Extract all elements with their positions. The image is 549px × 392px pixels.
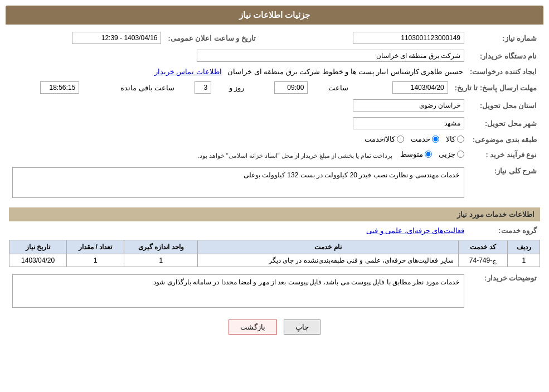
category-label-kala-khedmat: کالا/خدمت (365, 135, 395, 143)
need-number-label: شماره نیاز: (468, 30, 540, 46)
buyer-org-label: نام دستگاه خریدار: (468, 48, 540, 64)
delivery-province-value: خراسان رضوی (353, 99, 464, 112)
purchase-label-motavasset: متوسط (400, 150, 423, 158)
creator-label: ایجاد کننده درخواست: (467, 66, 540, 78)
category-option-kala-khedmat: کالا/خدمت (365, 135, 404, 143)
purchase-type-motavasset: متوسط (400, 150, 432, 158)
cell-unit: 1 (124, 254, 198, 267)
announce-label: تاریخ و ساعت اعلان عمومی: (164, 30, 259, 46)
purchase-type-label: نوع فرآیند خرید : (468, 148, 540, 161)
header-info-table: شماره نیاز: 1103001123000149 تاریخ و ساع… (9, 30, 540, 46)
time-value: 09:00 (274, 81, 308, 94)
page-header: جزئیات اطلاعات نیاز (6, 6, 543, 25)
col-service-code: کد خدمت (458, 240, 508, 254)
buyer-notes-label: توضیحات خریدار: (468, 270, 540, 312)
cell-service-name: سایر فعالیت‌های حرفه‌ای، علمی و فنی طبقه… (198, 254, 458, 267)
city-table: شهر محل تحویل: مشهد (9, 115, 540, 131)
delivery-province-label: استان محل تحویل: (468, 98, 540, 113)
category-label-khedmat: خدمت (411, 135, 430, 143)
category-radio-kala[interactable] (457, 135, 464, 143)
deadline-table: مهلت ارسال پاسخ: تا تاریخ: 1403/04/20 سا… (9, 80, 540, 95)
delivery-city-label: شهر محل تحویل: (468, 115, 540, 131)
creator-name: حسین ظاهری کارشناس انبار پست ها و خطوط ش… (227, 68, 463, 76)
service-group-table: گروه خدمت: فعالیت‌های حرفه‌ای، علمی و فن… (9, 225, 540, 236)
category-radio-kala-khedmat[interactable] (397, 135, 404, 143)
purchase-type-table: نوع فرآیند خرید : جزیی متوسط پرداخت (9, 148, 540, 161)
contact-link[interactable]: اطلاعات تماس خریدار (154, 68, 222, 76)
purchase-type-jozi: جزیی (439, 150, 464, 158)
page-title: جزئیات اطلاعات نیاز (239, 10, 310, 20)
bottom-buttons: چاپ بازگشت (9, 320, 540, 335)
delivery-city-value: مشهد (353, 117, 464, 129)
col-row-num: ردیف (508, 240, 540, 254)
purchase-label-jozi: جزیی (439, 150, 455, 158)
description-value: خدمات مهندسی و نظارت نصب فیدر 20 کیلوولت… (12, 167, 464, 198)
days-label: روز و (229, 84, 244, 92)
days-value: 3 (195, 81, 211, 94)
back-button[interactable]: بازگشت (229, 320, 277, 335)
service-group-label: گروه خدمت: (468, 225, 540, 236)
cell-quantity: 1 (67, 254, 124, 267)
page-wrapper: جزئیات اطلاعات نیاز شماره نیاز: 11030011… (0, 0, 549, 392)
send-deadline-label: مهلت ارسال پاسخ: تا تاریخ: (451, 80, 540, 95)
announce-value: 1403/04/16 - 12:39 (72, 32, 161, 44)
category-label-kala: کالا (446, 135, 455, 143)
services-section-title: اطلاعات خدمات مورد نیاز (9, 207, 540, 221)
category-radio-group: کالا خدمت کالا/خدمت (365, 135, 464, 143)
remaining-label: ساعت باقی مانده (120, 84, 174, 92)
creator-table: ایجاد کننده درخواست: حسین ظاهری کارشناس … (9, 66, 540, 78)
cell-date: 1403/04/20 (9, 254, 67, 267)
services-table: ردیف کد خدمت نام خدمت واحد اندازه گیری ت… (9, 240, 540, 267)
purchase-radio-motavasset[interactable] (425, 151, 432, 158)
table-row: 1 ج-749-74 سایر فعالیت‌های حرفه‌ای، علمی… (9, 254, 540, 267)
print-button[interactable]: چاپ (284, 320, 320, 335)
buyer-notes-table: توضیحات خریدار: خدمات مورد نظر مطابق با … (9, 270, 540, 312)
remaining-value: 18:56:15 (40, 81, 79, 94)
col-quantity: تعداد / مقدار (67, 240, 124, 254)
category-table: طبقه بندی موضوعی: کالا خدمت (9, 133, 540, 146)
category-option-khedmat: خدمت (411, 135, 439, 143)
purchase-radio-jozi[interactable] (457, 151, 464, 158)
province-table: استان محل تحویل: خراسان رضوی (9, 98, 540, 113)
description-label: شرح کلی نیاز: (468, 163, 540, 202)
service-group-value[interactable]: فعالیت‌های حرفه‌ای، علمی و فنی (366, 227, 464, 235)
col-date: تاریخ نیاز (9, 240, 67, 254)
buyer-notes-value: خدمات مورد نظر مطابق با فایل پیوست می با… (12, 274, 464, 308)
purchase-type-note: پرداخت تمام یا بخشی از مبلغ خریدار از مح… (197, 152, 392, 159)
col-unit: واحد اندازه گیری (124, 240, 198, 254)
content-area: شماره نیاز: 1103001123000149 تاریخ و ساع… (6, 30, 543, 335)
category-radio-khedmat[interactable] (432, 135, 439, 143)
purchase-type-radio-group: جزیی متوسط (400, 150, 464, 158)
category-option-kala: کالا (446, 135, 464, 143)
time-label: ساعت (311, 80, 351, 95)
buyer-org-value: شرکت برق منطقه ای خراسان (197, 50, 464, 62)
date-value: 1403/04/20 (392, 81, 448, 94)
need-number-value: 1103001123000149 (353, 32, 464, 44)
cell-row-num: 1 (508, 254, 540, 267)
col-service-name: نام خدمت (198, 240, 458, 254)
buyer-org-table: نام دستگاه خریدار: شرکت برق منطقه ای خرا… (9, 48, 540, 64)
description-table: شرح کلی نیاز: خدمات مهندسی و نظارت نصب ف… (9, 163, 540, 202)
cell-service-code: ج-749-74 (458, 254, 508, 267)
category-label: طبقه بندی موضوعی: (468, 133, 540, 146)
